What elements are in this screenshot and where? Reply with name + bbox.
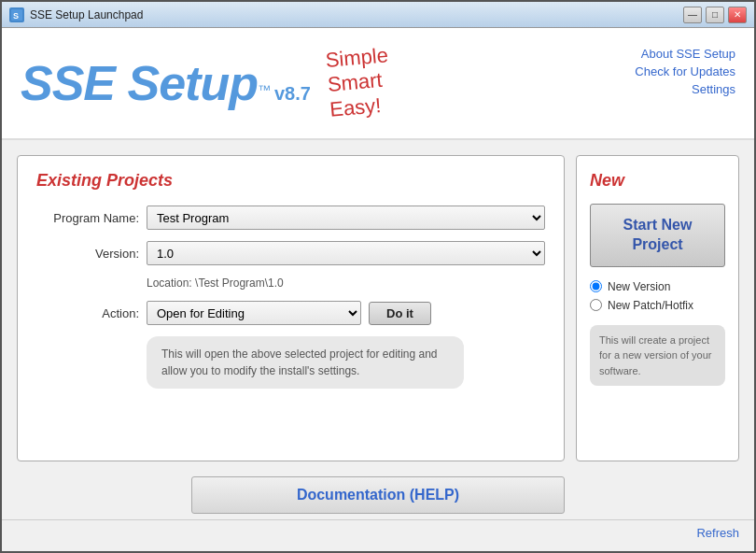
titlebar-title: SSE Setup Launchpad: [30, 8, 683, 21]
refresh-link[interactable]: Refresh: [696, 526, 739, 540]
new-type-radio-group: New Version New Patch/Hotfix: [590, 280, 725, 312]
action-description: This will open the above selected projec…: [147, 336, 464, 389]
action-row: Action: Open for Editing Do it: [36, 301, 545, 325]
close-button[interactable]: ✕: [728, 7, 747, 23]
new-panel: New Start NewProject New Version New Pat…: [576, 155, 739, 461]
header: SSE Setup™v8.7 SimpleSmartEasy! About SS…: [2, 28, 754, 140]
action-label: Action:: [36, 306, 139, 320]
new-patch-radio[interactable]: [590, 299, 602, 311]
check-updates-link[interactable]: Check for Updates: [635, 64, 735, 78]
new-panel-title: New: [590, 171, 725, 191]
logo-area: SSE Setup™v8.7 SimpleSmartEasy!: [21, 46, 390, 120]
new-patch-row: New Patch/Hotfix: [590, 299, 725, 312]
program-name-row: Program Name: Test Program: [36, 206, 545, 230]
action-select[interactable]: Open for Editing: [147, 301, 361, 325]
svg-text:S: S: [13, 11, 19, 21]
new-description: This will create a project for a new ver…: [590, 325, 725, 387]
start-new-project-button[interactable]: Start NewProject: [590, 204, 725, 267]
location-label: Location:: [147, 276, 192, 290]
bottom-bar: Documentation (HELP): [2, 471, 754, 519]
version-row: Version: 1.0: [36, 241, 545, 265]
documentation-help-button[interactable]: Documentation (HELP): [191, 476, 565, 514]
minimize-button[interactable]: —: [683, 7, 702, 23]
do-it-button[interactable]: Do it: [369, 302, 431, 325]
about-link[interactable]: About SSE Setup: [635, 47, 735, 61]
new-version-label: New Version: [608, 280, 670, 293]
existing-projects-panel: Existing Projects Program Name: Test Pro…: [17, 155, 565, 461]
logo-tm: ™: [258, 82, 271, 97]
version-select[interactable]: 1.0: [147, 241, 545, 265]
settings-link[interactable]: Settings: [635, 82, 735, 96]
logo-version: v8.7: [274, 83, 311, 104]
header-nav: About SSE Setup Check for Updates Settin…: [635, 47, 735, 96]
new-version-radio[interactable]: [590, 280, 602, 292]
program-name-label: Program Name:: [36, 211, 139, 225]
main-content: Existing Projects Program Name: Test Pro…: [2, 140, 754, 471]
location-value: \Test Program\1.0: [195, 276, 284, 290]
existing-projects-title: Existing Projects: [36, 171, 545, 191]
status-bar: Refresh: [2, 519, 754, 546]
version-label: Version:: [36, 247, 139, 261]
location-text: Location: \Test Program\1.0: [147, 276, 545, 290]
window-controls: — □ ✕: [683, 7, 747, 23]
new-version-row: New Version: [590, 280, 725, 293]
program-name-select[interactable]: Test Program: [147, 206, 545, 230]
titlebar: S SSE Setup Launchpad — □ ✕: [2, 2, 754, 28]
app-icon: S: [9, 7, 24, 22]
logo-text: SSE Setup: [21, 56, 258, 110]
start-new-label: Start NewProject: [623, 217, 693, 252]
logo-container: SSE Setup™v8.7: [21, 59, 311, 107]
new-patch-label: New Patch/Hotfix: [608, 299, 693, 312]
maximize-button[interactable]: □: [706, 7, 724, 23]
logo-tagline: SimpleSmartEasy!: [325, 44, 394, 123]
